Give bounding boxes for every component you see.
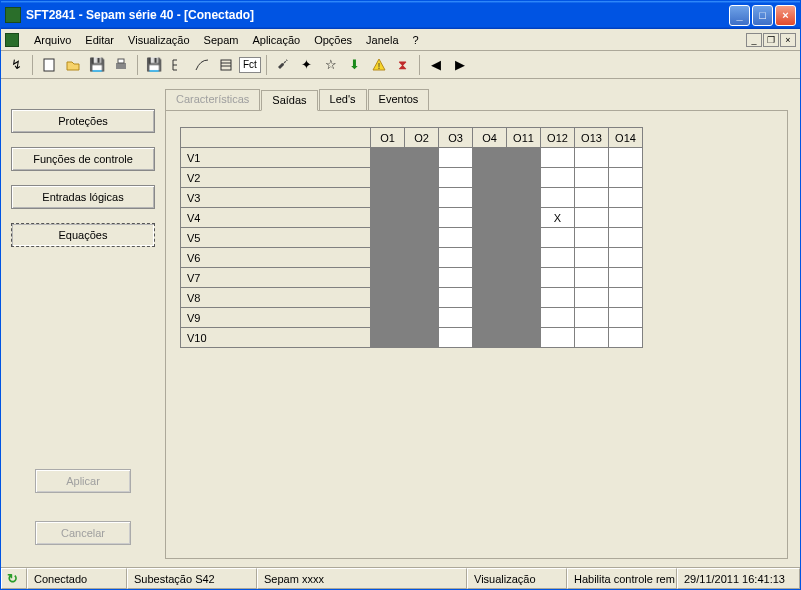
sidebar-btn-2[interactable]: Entradas lógicas <box>11 185 155 209</box>
row-header-V8: V8 <box>181 288 371 308</box>
outputs-grid: O1O2O3O4O11O12O13O14 V1V2V3V4XV5V6V7V8V9… <box>180 127 643 348</box>
cell-V1-O12[interactable] <box>541 148 575 168</box>
cell-V2-O14[interactable] <box>609 168 643 188</box>
menu-arquivo[interactable]: Arquivo <box>27 32 78 48</box>
cell-V6-O12[interactable] <box>541 248 575 268</box>
breaker-icon[interactable]: ⧗ <box>392 54 414 76</box>
col-header-O11: O11 <box>507 128 541 148</box>
tree-icon[interactable] <box>167 54 189 76</box>
sidebar-btn-1[interactable]: Funções de controle <box>11 147 155 171</box>
cell-V9-O3[interactable] <box>439 308 473 328</box>
cell-V4-O13[interactable] <box>575 208 609 228</box>
cell-V3-O3[interactable] <box>439 188 473 208</box>
prev-icon[interactable]: ◀ <box>425 54 447 76</box>
menu-opes[interactable]: Opções <box>307 32 359 48</box>
cell-V2-O3[interactable] <box>439 168 473 188</box>
status-connected: Conectado <box>27 568 127 589</box>
cell-V5-O3[interactable] <box>439 228 473 248</box>
cell-V5-O14[interactable] <box>609 228 643 248</box>
cell-V5-O13[interactable] <box>575 228 609 248</box>
tab-1[interactable]: Saídas <box>261 90 317 111</box>
cell-V6-O3[interactable] <box>439 248 473 268</box>
cell-V10-O13[interactable] <box>575 328 609 348</box>
cell-V4-O11 <box>507 208 541 228</box>
cell-V8-O3[interactable] <box>439 288 473 308</box>
tabstrip: CaracterísticasSaídasLed'sEventos <box>165 89 788 111</box>
list-icon[interactable] <box>215 54 237 76</box>
sidebar-btn-0[interactable]: Proteções <box>11 109 155 133</box>
cell-V10-O3[interactable] <box>439 328 473 348</box>
tool-2-icon[interactable]: ☆ <box>320 54 342 76</box>
cell-V9-O14[interactable] <box>609 308 643 328</box>
cell-V10-O12[interactable] <box>541 328 575 348</box>
menu-[interactable]: ? <box>406 32 426 48</box>
cell-V2-O12[interactable] <box>541 168 575 188</box>
save-icon[interactable]: 💾 <box>86 54 108 76</box>
cell-V3-O13[interactable] <box>575 188 609 208</box>
cell-V5-O2 <box>405 228 439 248</box>
cell-V1-O3[interactable] <box>439 148 473 168</box>
wrench-icon[interactable] <box>272 54 294 76</box>
minimize-button[interactable]: _ <box>729 5 750 26</box>
cell-V1-O13[interactable] <box>575 148 609 168</box>
svg-rect-1 <box>116 63 126 69</box>
tool-1-icon[interactable]: ✦ <box>296 54 318 76</box>
mdi-close[interactable]: × <box>780 33 796 47</box>
warning-icon[interactable]: ! <box>368 54 390 76</box>
cell-V8-O2 <box>405 288 439 308</box>
mdi-restore[interactable]: ❐ <box>763 33 779 47</box>
cell-V9-O12[interactable] <box>541 308 575 328</box>
cell-V6-O1 <box>371 248 405 268</box>
cell-V9-O13[interactable] <box>575 308 609 328</box>
cell-V4-O3[interactable] <box>439 208 473 228</box>
cell-V5-O12[interactable] <box>541 228 575 248</box>
cell-V8-O14[interactable] <box>609 288 643 308</box>
print-icon[interactable] <box>110 54 132 76</box>
menu-sepam[interactable]: Sepam <box>197 32 246 48</box>
cell-V3-O14[interactable] <box>609 188 643 208</box>
cell-V10-O14[interactable] <box>609 328 643 348</box>
cell-V7-O3[interactable] <box>439 268 473 288</box>
cell-V8-O13[interactable] <box>575 288 609 308</box>
cell-V4-O14[interactable] <box>609 208 643 228</box>
mdi-minimize[interactable]: _ <box>746 33 762 47</box>
menu-editar[interactable]: Editar <box>78 32 121 48</box>
sidebar-btn-3[interactable]: Equações <box>11 223 155 247</box>
open-icon[interactable] <box>62 54 84 76</box>
connect-icon[interactable]: ↯ <box>5 54 27 76</box>
cell-V4-O12[interactable]: X <box>541 208 575 228</box>
tab-2[interactable]: Led's <box>319 89 367 110</box>
new-icon[interactable] <box>38 54 60 76</box>
curve-icon[interactable] <box>191 54 213 76</box>
menu-janela[interactable]: Janela <box>359 32 405 48</box>
tab-0[interactable]: Características <box>165 89 260 110</box>
cell-V3-O2 <box>405 188 439 208</box>
cell-V3-O12[interactable] <box>541 188 575 208</box>
cancel-button[interactable]: Cancelar <box>35 521 131 545</box>
cell-V7-O4 <box>473 268 507 288</box>
row-header-V5: V5 <box>181 228 371 248</box>
cell-V2-O4 <box>473 168 507 188</box>
save2-icon[interactable]: 💾 <box>143 54 165 76</box>
fct-button[interactable]: Fct <box>239 57 261 73</box>
cell-V6-O13[interactable] <box>575 248 609 268</box>
cell-V7-O14[interactable] <box>609 268 643 288</box>
download-icon[interactable]: ⬇ <box>344 54 366 76</box>
statusbar: ↻ Conectado Subestação S42 Sepam xxxx Vi… <box>1 567 800 589</box>
apply-button[interactable]: Aplicar <box>35 469 131 493</box>
svg-rect-0 <box>44 59 54 71</box>
cell-V6-O14[interactable] <box>609 248 643 268</box>
cell-V2-O13[interactable] <box>575 168 609 188</box>
refresh-icon[interactable]: ↻ <box>7 571 18 586</box>
maximize-button[interactable]: □ <box>752 5 773 26</box>
cell-V8-O12[interactable] <box>541 288 575 308</box>
menu-aplicao[interactable]: Aplicação <box>245 32 307 48</box>
next-icon[interactable]: ▶ <box>449 54 471 76</box>
menu-visualizao[interactable]: Visualização <box>121 32 197 48</box>
cell-V7-O13[interactable] <box>575 268 609 288</box>
cell-V7-O12[interactable] <box>541 268 575 288</box>
close-button[interactable]: × <box>775 5 796 26</box>
svg-text:!: ! <box>378 61 381 71</box>
tab-3[interactable]: Eventos <box>368 89 430 110</box>
cell-V1-O14[interactable] <box>609 148 643 168</box>
